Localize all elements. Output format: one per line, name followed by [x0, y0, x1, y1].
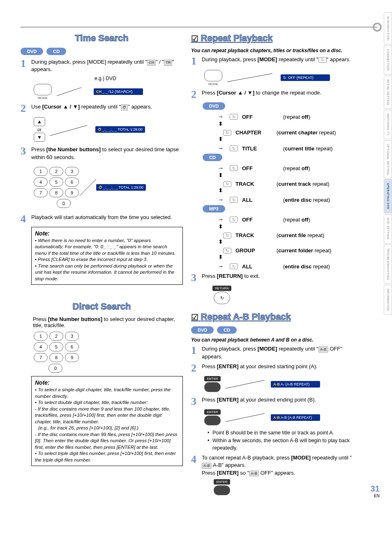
repeat-mode-row: →↻OFF(repeat off): [216, 113, 353, 120]
repeat-mode-label: TRACK: [235, 181, 272, 187]
ab-step1: During playback, press [MODE] repeatedly…: [202, 345, 353, 360]
repeat-mode-label: OFF: [242, 114, 279, 120]
repeat-mode-desc: (entire disc repeat): [283, 197, 330, 203]
arrow-right-icon: →: [217, 164, 224, 172]
step-number: 1: [21, 58, 31, 69]
updown-arrow-icon: [221, 173, 221, 179]
direct-search-note: Note: • To select a single-digit chapter…: [31, 376, 183, 466]
ab-step3: Press [ENTER] at your desired ending poi…: [202, 396, 353, 404]
arrow-right-icon: →: [217, 196, 224, 203]
arrow-right-icon: →: [217, 263, 224, 270]
arrow-right-icon: →: [217, 113, 224, 120]
updown-arrow-icon: [221, 225, 221, 231]
enter-button-icon: ENTER: [212, 479, 232, 496]
repeat-mode-label: GROUP: [235, 247, 272, 254]
step3-text: Press [the Number buttons] to select you…: [31, 146, 183, 161]
repeat-mode-row: ↻TRACK(current track repeat): [216, 181, 353, 187]
step-number: 4: [191, 454, 202, 465]
step-number: 2: [191, 89, 202, 100]
pill-cd: CD: [203, 154, 222, 161]
updown-arrow-icon: [221, 137, 221, 143]
step2-text: Use [Cursor ▲ / ▼] repeatedly until "⏱" …: [31, 103, 183, 111]
osd-time: ⏱_:_ _:_ _ TOTAL 1:29:00: [95, 126, 145, 133]
pill-cd: CD: [217, 326, 237, 334]
repeat-mode-desc: (entire disc repeat): [283, 263, 330, 270]
return-button-icon: RETURN ↻: [212, 286, 232, 305]
osd-repeat: ↻OFF (REPEAT): [281, 74, 330, 81]
repeat-ab-subtitle: You can repeat playback between A and B …: [191, 337, 353, 343]
repeat-mode-label: ALL: [242, 197, 279, 203]
direct-step1: Press [the Number buttons] to select you…: [33, 316, 183, 328]
repeat-mode-row: ↻TRACK(current file repeat): [216, 232, 353, 238]
osd-time2: ⏱_:_ _:_ _ TOTAL 1:29:00: [96, 184, 146, 191]
number-pad-icon: 123 456 789 0: [33, 166, 80, 209]
updown-arrow-icon: [221, 255, 221, 261]
osd-ab-b: A-BA-B (A-B REPEAT): [271, 414, 320, 421]
repeat-mode-label: CHAPTER: [235, 129, 272, 136]
updown-arrow-icon: [221, 122, 221, 128]
time-search-note: Note: • When there is no need to enter a…: [31, 227, 183, 285]
repeat-mode-row: →↻OFF(repeat off): [216, 164, 353, 172]
repeat-mode-row: ↻CHAPTER(current chapter repeat): [216, 129, 353, 136]
repeat-mode-desc: (repeat off): [283, 114, 310, 120]
osd-ab-a: A-BA- (A-B REPEAT): [271, 381, 320, 388]
step1-text: During playback, press [MODE] repeatedly…: [31, 58, 183, 73]
repeat-mode-desc: (current file repeat): [277, 232, 324, 238]
callout-line-icon: [50, 121, 91, 138]
pill-dvd: DVD: [191, 326, 214, 334]
repeat-icon: ↻: [230, 263, 238, 269]
step-number: 2: [21, 103, 31, 114]
repeat-mode-desc: (repeat off): [283, 217, 310, 223]
step-number: 1: [191, 56, 202, 67]
repeat-mode-row: →↻ALL(entire disc repeat): [216, 196, 353, 203]
callout-line-icon: [57, 85, 90, 98]
repeat-icon: ↻: [230, 114, 238, 120]
time-search-title: Time Search: [21, 33, 183, 44]
repeat-mode-desc: (current chapter repeat): [277, 129, 336, 136]
repeat-icon: ↻: [223, 248, 231, 254]
arrow-right-icon: →: [217, 145, 224, 152]
page-number: 31 EN: [371, 484, 380, 498]
repeat-mode-row: →↻TITLE(current title repeat): [216, 145, 353, 152]
updown-arrow-icon: [221, 240, 221, 246]
repeat-mode-label: OFF: [242, 217, 279, 223]
enter-button-icon: ENTER: [203, 376, 221, 393]
ab-step4: To cancel repeat A-B playback, press [MO…: [202, 454, 353, 477]
repeat-mode-desc: (current title repeat): [283, 145, 333, 152]
step4-text: Playback will start automatically from t…: [31, 214, 183, 221]
repeat-icon: ↻: [230, 217, 238, 222]
arrow-right-icon: →: [217, 216, 224, 223]
repeat-mode-label: TRACK: [235, 232, 272, 238]
updown-arrow-icon: [221, 189, 221, 194]
number-pad-icon: 123 456 789 0: [33, 331, 183, 374]
right-column: Repeat Playback You can repeat playback …: [191, 16, 353, 496]
step-number: 3: [191, 396, 202, 407]
repeat-icon: ↻: [223, 233, 231, 238]
repeat-icon: ↻: [223, 130, 231, 136]
repeat-mode-row: ↻GROUP(current folder repeat): [216, 247, 353, 254]
repeat-mode-label: TITLE: [242, 145, 279, 152]
step-number: 4: [21, 214, 31, 224]
repeat-mode-label: OFF: [242, 165, 279, 171]
down-arrow-icon: ▼: [34, 133, 45, 142]
enter-button-icon: ENTER: [203, 409, 221, 426]
repeat-mode-row: →↻OFF(repeat off): [216, 216, 353, 223]
ab-step2: Press [ENTER] at your desired starting p…: [202, 363, 353, 370]
callout-line-icon: [80, 175, 96, 200]
left-column: Time Search DVD CD 1 During playback, pr…: [21, 16, 183, 496]
repeat-icon: ↻: [230, 145, 238, 151]
step-number: 3: [191, 272, 202, 283]
rp-step2: Press [Cursor ▲ / ▼] to change the repea…: [202, 89, 353, 97]
step-number: 1: [191, 345, 202, 356]
eg-label: e.g.) DVD: [95, 76, 183, 81]
direct-search-title: Direct Search: [21, 301, 183, 312]
cursor-buttons-icon: ▲ or ▼: [33, 116, 46, 143]
repeat-mode-desc: (repeat off): [283, 165, 310, 171]
step-number: 3: [21, 146, 31, 157]
repeat-playback-title: Repeat Playback: [191, 33, 353, 44]
step-number: 2: [191, 363, 202, 374]
ab-bullets: Point B should be in the same title or t…: [208, 429, 353, 452]
rp-step3: Press [RETURN] to exit.: [202, 272, 353, 280]
repeat-mode-row: →↻ALL(entire disc repeat): [216, 263, 353, 270]
rp-step1: During playback, press [MODE] repeatedly…: [202, 56, 353, 63]
